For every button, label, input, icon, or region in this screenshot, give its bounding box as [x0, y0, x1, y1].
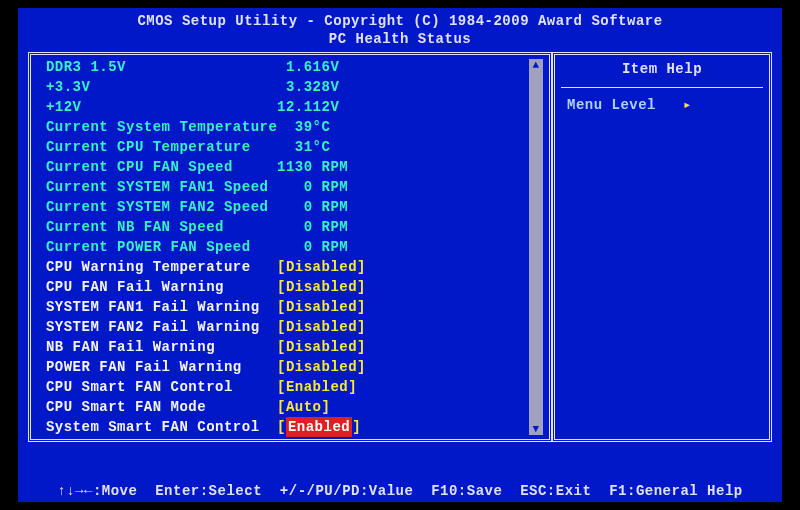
setting-row[interactable]: CPU Smart FAN Control[Enabled] — [37, 377, 525, 397]
setting-value[interactable]: [Auto] — [277, 397, 330, 417]
chevron-right-icon: ▸ — [683, 97, 692, 113]
menu-level: Menu Level ▸ — [561, 96, 763, 113]
reading-label: Current NB FAN Speed — [37, 217, 277, 237]
scroll-down-icon[interactable]: ▼ — [532, 423, 539, 435]
setting-label: System Smart FAN Control — [37, 417, 277, 437]
setting-row[interactable]: CPU Warning Temperature[Disabled] — [37, 257, 525, 277]
reading-value: 1.616V — [277, 57, 339, 77]
footer-line1: ↑↓→←:Move Enter:Select +/-/PU/PD:Value F… — [28, 482, 772, 500]
header: CMOS Setup Utility - Copyright (C) 1984-… — [18, 12, 782, 48]
reading-label: +12V — [37, 97, 277, 117]
setting-label: POWER FAN Fail Warning — [37, 357, 277, 377]
setting-row[interactable]: SYSTEM FAN1 Fail Warning[Disabled] — [37, 297, 525, 317]
reading-label: DDR3 1.5V — [37, 57, 277, 77]
selected-value[interactable]: Enabled — [286, 417, 352, 437]
subtitle: PC Health Status — [18, 30, 782, 48]
title: CMOS Setup Utility - Copyright (C) 1984-… — [18, 12, 782, 30]
setting-value[interactable]: [Disabled] — [277, 277, 366, 297]
scroll-up-icon[interactable]: ▲ — [532, 59, 539, 71]
bios-screen: CMOS Setup Utility - Copyright (C) 1984-… — [18, 8, 782, 502]
reading-value: 39°C — [277, 117, 330, 137]
setting-label: CPU Smart FAN Mode — [37, 397, 277, 417]
setting-value[interactable]: [Disabled] — [277, 297, 366, 317]
reading-row: +12V12.112V — [37, 97, 525, 117]
help-title: Item Help — [561, 57, 763, 88]
setting-value[interactable]: [Disabled] — [277, 257, 366, 277]
panels: DDR3 1.5V 1.616V +3.3V 3.328V +12V12.112… — [28, 52, 772, 442]
reading-label: Current System Temperature — [37, 117, 277, 137]
reading-row: Current SYSTEM FAN1 Speed 0 RPM — [37, 177, 525, 197]
setting-row[interactable]: CPU FAN Fail Warning[Disabled] — [37, 277, 525, 297]
reading-row: Current POWER FAN Speed 0 RPM — [37, 237, 525, 257]
reading-value: 0 RPM — [277, 217, 348, 237]
setting-label: CPU FAN Fail Warning — [37, 277, 277, 297]
reading-row: Current System Temperature 39°C — [37, 117, 525, 137]
reading-row: Current CPU Temperature 31°C — [37, 137, 525, 157]
setting-row[interactable]: POWER FAN Fail Warning[Disabled] — [37, 357, 525, 377]
reading-label: Current CPU Temperature — [37, 137, 277, 157]
setting-value[interactable]: [Disabled] — [277, 337, 366, 357]
scrollbar[interactable]: ▲ ▼ — [529, 59, 543, 435]
reading-label: Current POWER FAN Speed — [37, 237, 277, 257]
reading-label: Current SYSTEM FAN1 Speed — [37, 177, 277, 197]
setting-value[interactable]: [Disabled] — [277, 357, 366, 377]
footer: ↑↓→←:Move Enter:Select +/-/PU/PD:Value F… — [18, 442, 782, 510]
reading-value: 0 RPM — [277, 237, 348, 257]
reading-label: Current CPU FAN Speed — [37, 157, 277, 177]
setting-row[interactable]: NB FAN Fail Warning[Disabled] — [37, 337, 525, 357]
reading-row: Current CPU FAN Speed1130 RPM — [37, 157, 525, 177]
setting-label: SYSTEM FAN1 Fail Warning — [37, 297, 277, 317]
setting-label: CPU Smart FAN Control — [37, 377, 277, 397]
setting-row[interactable]: SYSTEM FAN2 Fail Warning[Disabled] — [37, 317, 525, 337]
help-panel: Item Help Menu Level ▸ — [552, 52, 772, 442]
setting-row[interactable]: System Smart FAN Control[Enabled] — [37, 417, 525, 437]
setting-label: NB FAN Fail Warning — [37, 337, 277, 357]
reading-row: DDR3 1.5V 1.616V — [37, 57, 525, 77]
setting-label: CPU Warning Temperature — [37, 257, 277, 277]
reading-label: Current SYSTEM FAN2 Speed — [37, 197, 277, 217]
reading-value: 1130 RPM — [277, 157, 348, 177]
reading-label: +3.3V — [37, 77, 277, 97]
bracket: [ — [277, 417, 286, 437]
reading-value: 12.112V — [277, 97, 339, 117]
setting-value[interactable]: [Disabled] — [277, 317, 366, 337]
setting-value[interactable]: [Enabled] — [277, 377, 357, 397]
reading-row: Current SYSTEM FAN2 Speed 0 RPM — [37, 197, 525, 217]
reading-value: 3.328V — [277, 77, 339, 97]
reading-row: Current NB FAN Speed 0 RPM — [37, 217, 525, 237]
bracket: ] — [352, 417, 361, 437]
settings-panel: DDR3 1.5V 1.616V +3.3V 3.328V +12V12.112… — [28, 52, 552, 442]
reading-value: 0 RPM — [277, 197, 348, 217]
setting-row[interactable]: CPU Smart FAN Mode[Auto] — [37, 397, 525, 417]
rows-container: DDR3 1.5V 1.616V +3.3V 3.328V +12V12.112… — [37, 57, 525, 437]
reading-row: +3.3V 3.328V — [37, 77, 525, 97]
reading-value: 0 RPM — [277, 177, 348, 197]
reading-value: 31°C — [277, 137, 330, 157]
setting-label: SYSTEM FAN2 Fail Warning — [37, 317, 277, 337]
